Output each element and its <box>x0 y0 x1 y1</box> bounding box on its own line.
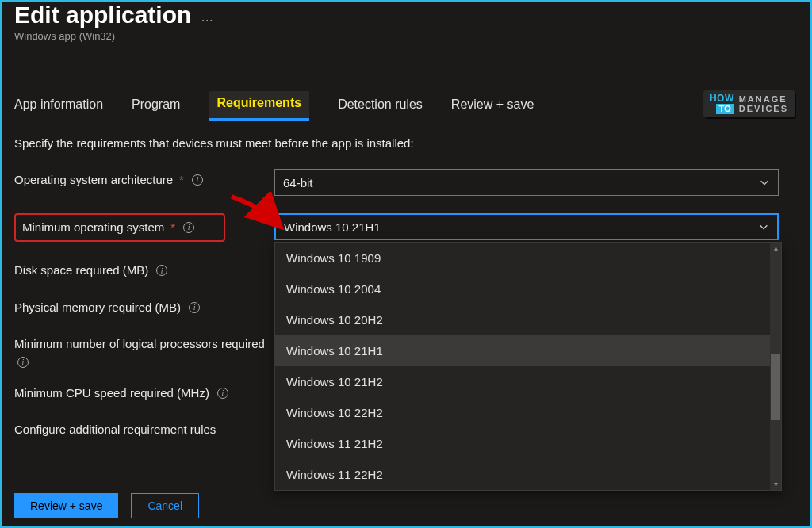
scrollbar-thumb[interactable] <box>771 354 780 420</box>
dropdown-option-selected[interactable]: Windows 10 21H1 <box>275 335 781 366</box>
tab-program[interactable]: Program <box>132 93 180 120</box>
row-architecture: Operating system architecture * i 64-bit <box>14 169 798 196</box>
info-icon[interactable]: i <box>217 388 228 399</box>
tab-requirements[interactable]: Requirements <box>209 91 309 121</box>
label-architecture: Operating system architecture * i <box>14 169 274 188</box>
page-header: Edit application … Windows app (Win32) <box>2 2 810 47</box>
required-star: * <box>170 220 175 235</box>
watermark-how: HOW <box>710 94 734 103</box>
info-icon[interactable]: i <box>156 265 167 276</box>
watermark-line2: DEVICES <box>739 104 788 113</box>
dropdown-option[interactable]: Windows 11 22H2 <box>275 459 781 490</box>
dropdown-option[interactable]: Windows 10 21H2 <box>275 366 781 397</box>
select-min-os-value: Windows 10 21H1 <box>284 220 381 234</box>
dropdown-option[interactable]: Windows 10 2004 <box>275 274 781 304</box>
label-min-os: Minimum operating system * i <box>14 213 225 242</box>
label-disk: Disk space required (MB) i <box>14 259 274 278</box>
page-subtitle: Windows app (Win32) <box>14 30 798 42</box>
dropdown-option[interactable]: Windows 10 20H2 <box>275 304 781 335</box>
dropdown-option[interactable]: Windows 11 21H2 <box>275 428 781 459</box>
watermark-to: TO <box>716 104 734 114</box>
more-icon[interactable]: … <box>201 6 214 25</box>
chevron-down-icon <box>758 221 769 232</box>
tab-review-save[interactable]: Review + save <box>451 93 534 120</box>
tab-app-information[interactable]: App information <box>14 93 103 120</box>
chevron-down-icon <box>759 177 770 188</box>
label-cpu-speed: Minimum CPU speed required (MHz) i <box>14 382 274 401</box>
required-star: * <box>179 172 184 188</box>
select-min-os[interactable]: Windows 10 21H1 Windows 10 1909 Windows … <box>274 213 779 240</box>
tab-detection-rules[interactable]: Detection rules <box>338 93 423 120</box>
info-icon[interactable]: i <box>192 174 203 186</box>
review-save-button[interactable]: Review + save <box>14 493 118 518</box>
row-min-os: Minimum operating system * i Windows 10 … <box>14 213 798 242</box>
page-title: Edit application <box>14 2 191 29</box>
label-cpus: Minimum number of logical processors req… <box>14 333 274 368</box>
watermark-logo: HOW TO MANAGE DEVICES <box>703 90 795 117</box>
info-icon[interactable]: i <box>183 222 194 233</box>
form-content: Specify the requirements that devices mu… <box>2 121 810 438</box>
footer-actions: Review + save Cancel <box>14 493 199 518</box>
select-architecture[interactable]: 64-bit <box>274 169 779 196</box>
label-additional-rules: Configure additional requirement rules <box>14 419 274 438</box>
instruction-text: Specify the requirements that devices mu… <box>14 136 798 150</box>
label-memory: Physical memory required (MB) i <box>14 297 274 316</box>
dropdown-option[interactable]: Windows 10 22H2 <box>275 397 781 428</box>
scroll-up-icon[interactable]: ▴ <box>772 244 779 252</box>
info-icon[interactable]: i <box>17 357 29 368</box>
info-icon[interactable]: i <box>189 302 200 313</box>
tab-bar: App information Program Requirements Det… <box>2 91 810 121</box>
select-architecture-value: 64-bit <box>283 176 313 189</box>
watermark-line1: MANAGE <box>739 94 788 104</box>
dropdown-option[interactable]: Windows 10 1909 <box>275 243 781 274</box>
scroll-down-icon[interactable]: ▾ <box>772 480 779 488</box>
cancel-button[interactable]: Cancel <box>131 493 199 518</box>
dropdown-min-os: Windows 10 1909 Windows 10 2004 Windows … <box>274 242 782 491</box>
scrollbar[interactable]: ▴ ▾ <box>770 243 781 490</box>
